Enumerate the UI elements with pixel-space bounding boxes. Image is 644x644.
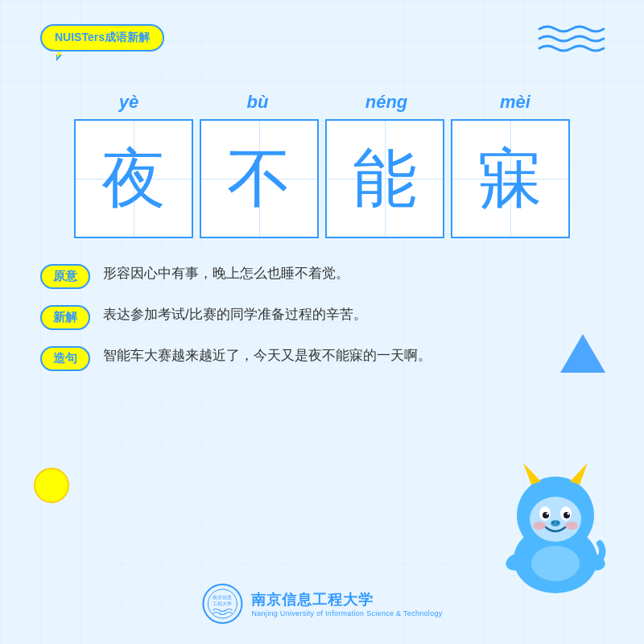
- main-content: NUISTers成语新解 yè bù néng mèi 夜 不 能 寐 原意 形…: [0, 0, 644, 644]
- char-mei: 寐: [478, 147, 543, 211]
- char-box-ye: 夜: [74, 119, 193, 238]
- zaoju-text: 智能车大赛越来越近了，今天又是夜不能寐的一天啊。: [103, 345, 604, 368]
- pinyin-bu: bù: [193, 92, 322, 113]
- char-neng: 能: [353, 147, 417, 211]
- char-ye: 夜: [101, 147, 166, 211]
- yuanyi-label: 原意: [40, 264, 90, 289]
- xinjie-row: 新解 表达参加考试/比赛的同学准备过程的辛苦。: [40, 303, 604, 330]
- char-box-mei: 寐: [451, 119, 570, 238]
- pinyin-mei: mèi: [451, 92, 580, 113]
- char-box-bu: 不: [200, 119, 319, 238]
- pinyin-ye: yè: [64, 92, 193, 113]
- zaoju-row: 造句 智能车大赛越来越近了，今天又是夜不能寐的一天啊。: [40, 345, 604, 371]
- definitions-section: 原意 形容因心中有事，晚上怎么也睡不着觉。 新解 表达参加考试/比赛的同学准备过…: [40, 262, 604, 371]
- pinyin-neng: néng: [322, 92, 451, 113]
- yuanyi-text: 形容因心中有事，晚上怎么也睡不着觉。: [103, 262, 604, 286]
- xinjie-label: 新解: [40, 305, 90, 330]
- pinyin-row: yè bù néng mèi: [40, 92, 604, 113]
- characters-row: 夜 不 能 寐: [40, 119, 604, 238]
- tag-label: NUISTers成语新解: [55, 31, 150, 43]
- char-bu: 不: [227, 147, 291, 211]
- tag-bubble: NUISTers成语新解: [40, 24, 164, 52]
- char-box-neng: 能: [325, 119, 444, 238]
- zaoju-label: 造句: [40, 346, 90, 371]
- yuanyi-row: 原意 形容因心中有事，晚上怎么也睡不着觉。: [40, 262, 604, 289]
- xinjie-text: 表达参加考试/比赛的同学准备过程的辛苦。: [103, 303, 604, 327]
